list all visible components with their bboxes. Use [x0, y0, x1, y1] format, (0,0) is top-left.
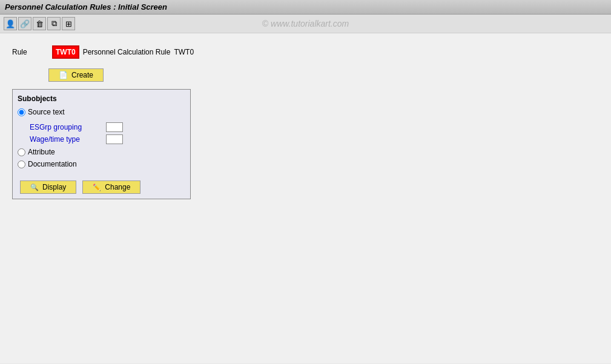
watermark: © www.tutorialkart.com	[262, 19, 349, 28]
toolbar: 👤 🔗 🗑 ⧉ ⊞ © www.tutorialkart.com	[0, 15, 611, 33]
rule-value: TWT0	[174, 48, 194, 56]
display-label: Display	[42, 183, 66, 191]
esgrp-input[interactable]	[106, 122, 123, 132]
attribute-label: Attribute	[28, 148, 55, 156]
change-button[interactable]: Change	[82, 180, 140, 194]
source-text-label: Source text	[28, 108, 65, 116]
source-text-option[interactable]: Source text	[18, 108, 185, 116]
bottom-buttons: Display Change	[20, 180, 185, 194]
copy-icon[interactable]: ⧉	[47, 17, 61, 30]
rule-label: Rule	[12, 48, 48, 56]
documentation-radio[interactable]	[18, 160, 25, 168]
display-button[interactable]: Display	[20, 180, 76, 194]
change-icon	[93, 183, 101, 191]
create-button[interactable]: Create	[48, 68, 104, 82]
subobjects-frame: Subobjects Source text ESGrp grouping Wa…	[12, 89, 191, 199]
attribute-option[interactable]: Attribute	[18, 148, 185, 156]
display-icon	[30, 183, 39, 191]
person-icon[interactable]: 👤	[4, 17, 17, 30]
link-icon[interactable]: 🔗	[18, 17, 31, 30]
change-label: Change	[105, 183, 130, 191]
rule-code-box: TWT0	[52, 45, 79, 59]
attribute-radio[interactable]	[18, 148, 25, 156]
main-content: Rule TWT0 Personnel Calculation Rule TWT…	[0, 33, 611, 363]
rule-row: Rule TWT0 Personnel Calculation Rule TWT…	[12, 45, 599, 59]
documentation-label: Documentation	[28, 160, 77, 168]
grid-icon[interactable]: ⊞	[62, 17, 75, 30]
page-title: Personnel Calculation Rules : Initial Sc…	[5, 2, 167, 12]
esgrp-label: ESGrp grouping	[30, 123, 102, 131]
wagetime-row: Wage/time type	[30, 134, 185, 144]
wagetime-input[interactable]	[106, 134, 123, 144]
rule-desc: Personnel Calculation Rule	[83, 48, 171, 56]
frame-title: Subobjects	[18, 94, 185, 103]
create-btn-container: Create	[48, 68, 599, 82]
wagetime-label: Wage/time type	[30, 135, 102, 144]
documentation-option[interactable]: Documentation	[18, 160, 185, 168]
source-text-radio[interactable]	[18, 108, 25, 116]
doc-icon	[59, 71, 68, 79]
create-label: Create	[71, 71, 93, 79]
esgrp-row: ESGrp grouping	[30, 122, 185, 132]
radio-group: Source text ESGrp grouping Wage/time typ…	[18, 108, 185, 168]
title-bar: Personnel Calculation Rules : Initial Sc…	[0, 0, 611, 15]
delete-icon[interactable]: 🗑	[33, 17, 46, 30]
sub-options: ESGrp grouping Wage/time type	[30, 122, 185, 144]
